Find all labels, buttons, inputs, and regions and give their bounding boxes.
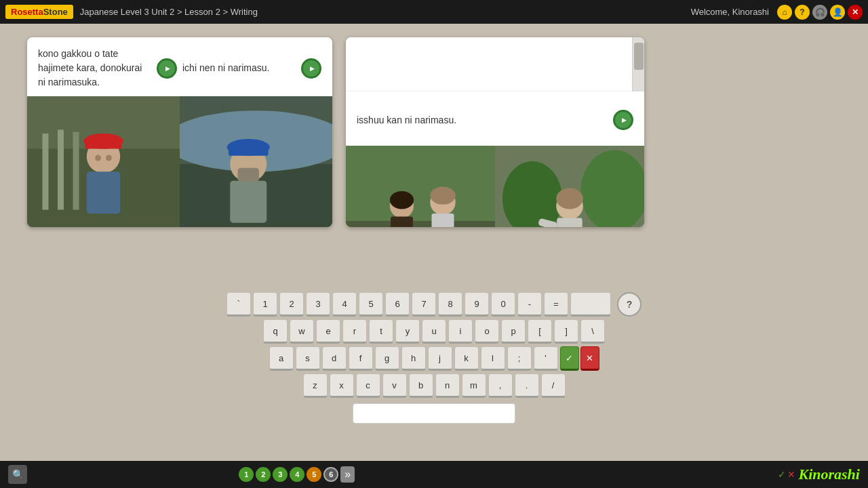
scrollbar-track[interactable]	[632, 37, 644, 92]
svg-point-38	[556, 188, 583, 209]
logo-check-icon: ✓	[778, 469, 786, 480]
progress-dot-4[interactable]: 4	[290, 467, 304, 482]
key-equals[interactable]: =	[544, 292, 568, 317]
svg-point-29	[390, 191, 414, 209]
headphones-button[interactable]: 🎧	[812, 5, 827, 20]
key-5[interactable]: 5	[359, 292, 383, 317]
left-card-text2: ichi nen ni narimasu.	[182, 61, 296, 75]
key-backtick[interactable]: `	[226, 292, 251, 317]
left-sound-button-2[interactable]	[301, 58, 321, 79]
progress-dot-6[interactable]: 6	[323, 467, 338, 482]
svg-rect-2	[43, 134, 49, 210]
help-key-button[interactable]: ?	[617, 292, 642, 317]
key-z[interactable]: z	[303, 373, 328, 398]
close-button[interactable]: ✕	[848, 5, 863, 20]
key-j[interactable]: j	[428, 346, 452, 371]
key-d[interactable]: d	[322, 346, 347, 371]
main-content-area: kono gakkou o tate hajimete kara, donoku…	[0, 24, 868, 461]
key-3[interactable]: 3	[306, 292, 330, 317]
progress-indicator: 1 2 3 4 5 6 »	[239, 466, 355, 483]
enter-delete-group: ✓ ✕	[560, 346, 599, 371]
key-g[interactable]: g	[375, 346, 399, 371]
home-button[interactable]: ⌂	[777, 5, 792, 20]
key-2[interactable]: 2	[279, 292, 304, 317]
key-o[interactable]: o	[475, 319, 499, 344]
svg-rect-8	[87, 171, 121, 214]
key-i[interactable]: i	[448, 319, 473, 344]
right-card-input-area	[346, 37, 632, 92]
help-button[interactable]: ?	[795, 5, 810, 20]
key-c[interactable]: c	[356, 373, 380, 398]
key-backslash[interactable]: \	[580, 319, 605, 344]
svg-rect-18	[238, 168, 260, 182]
key-apostrophe[interactable]: '	[534, 346, 558, 371]
logo-check-x-icons: ✓ ✕	[778, 469, 795, 480]
text-input-bar[interactable]	[353, 403, 515, 424]
key-comma[interactable]: ,	[488, 373, 513, 398]
key-4[interactable]: 4	[332, 292, 357, 317]
key-e[interactable]: e	[316, 319, 340, 344]
right-card-text: isshuu kan ni narimasu.	[357, 113, 608, 127]
key-x[interactable]: x	[330, 373, 354, 398]
key-y[interactable]: y	[395, 319, 420, 344]
enter-key-button[interactable]: ✓	[560, 346, 579, 371]
next-button[interactable]: »	[340, 466, 355, 483]
right-sound-button[interactable]	[613, 110, 633, 130]
key-backspace[interactable]	[570, 292, 611, 317]
svg-rect-37	[557, 218, 582, 227]
bottom-navigation-bar: 🔍 1 2 3 4 5 6 » ✓ ✕ Kinorashi	[0, 461, 868, 488]
right-card-sentence: isshuu kan ni narimasu.	[357, 115, 456, 125]
key-k[interactable]: k	[454, 346, 479, 371]
key-v[interactable]: v	[382, 373, 407, 398]
key-7[interactable]: 7	[412, 292, 436, 317]
key-1[interactable]: 1	[253, 292, 277, 317]
svg-rect-7	[85, 140, 122, 149]
right-card-text-area: isshuu kan ni narimasu.	[346, 92, 644, 146]
search-button[interactable]: 🔍	[8, 465, 27, 484]
key-u[interactable]: u	[422, 319, 446, 344]
key-semicolon[interactable]: ;	[507, 346, 532, 371]
key-6[interactable]: 6	[385, 292, 410, 317]
key-n[interactable]: n	[435, 373, 460, 398]
key-l[interactable]: l	[481, 346, 505, 371]
left-sound-button-1[interactable]	[157, 58, 177, 79]
key-f[interactable]: f	[349, 346, 373, 371]
key-p[interactable]: p	[501, 319, 526, 344]
key-8[interactable]: 8	[438, 292, 462, 317]
left-card-images	[27, 96, 332, 227]
right-card-images	[346, 146, 644, 227]
key-b[interactable]: b	[409, 373, 433, 398]
svg-rect-17	[230, 181, 267, 223]
key-minus[interactable]: -	[517, 292, 542, 317]
key-slash[interactable]: /	[541, 373, 566, 398]
left-image-1	[27, 96, 180, 227]
virtual-keyboard: ` 1 2 3 4 5 6 7 8 9 0 - = ? q w e r t y …	[226, 292, 642, 424]
progress-dot-5[interactable]: 5	[307, 467, 321, 482]
scrollbar-thumb[interactable]	[634, 43, 644, 70]
key-m[interactable]: m	[462, 373, 486, 398]
left-image-2	[180, 96, 332, 227]
svg-point-30	[430, 186, 455, 204]
key-9[interactable]: 9	[465, 292, 489, 317]
svg-rect-4	[73, 132, 79, 210]
left-card-text: kono gakkou o tate hajimete kara, donoku…	[38, 47, 151, 89]
progress-dot-3[interactable]: 3	[273, 467, 288, 482]
breadcrumb: Japanese Level 3 Unit 2 > Lesson 2 > Wri…	[80, 7, 258, 17]
key-r[interactable]: r	[342, 319, 367, 344]
key-period[interactable]: .	[515, 373, 539, 398]
svg-rect-28	[432, 214, 454, 227]
key-w[interactable]: w	[290, 319, 314, 344]
key-s[interactable]: s	[296, 346, 320, 371]
key-rbracket[interactable]: ]	[554, 319, 578, 344]
progress-dot-1[interactable]: 1	[239, 467, 254, 482]
delete-key-button[interactable]: ✕	[580, 346, 599, 371]
key-h[interactable]: h	[401, 346, 426, 371]
progress-dot-2[interactable]: 2	[256, 467, 271, 482]
key-a[interactable]: a	[269, 346, 294, 371]
key-0[interactable]: 0	[491, 292, 515, 317]
key-t[interactable]: t	[369, 319, 393, 344]
user-button[interactable]: 👤	[830, 5, 845, 20]
key-lbracket[interactable]: [	[528, 319, 552, 344]
right-card-top-area	[346, 37, 644, 92]
key-q[interactable]: q	[263, 319, 288, 344]
